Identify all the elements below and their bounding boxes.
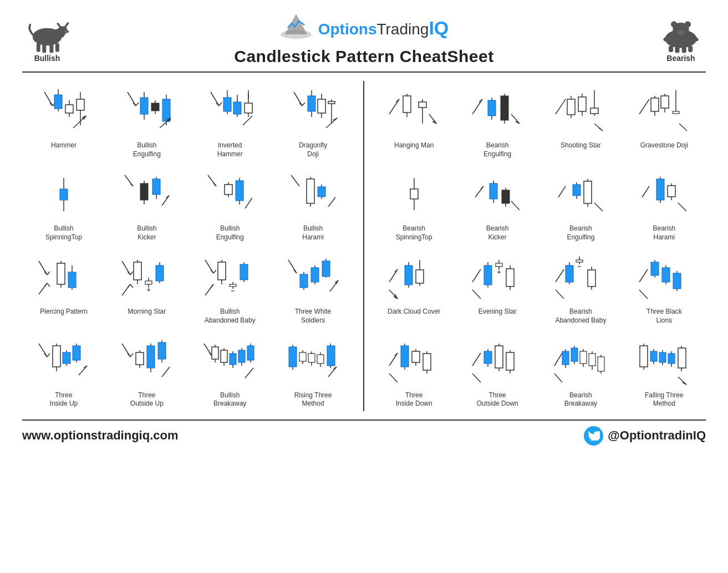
svg-rect-314 xyxy=(598,357,604,371)
svg-line-248 xyxy=(678,203,686,211)
svg-rect-290 xyxy=(401,346,409,367)
svg-rect-80 xyxy=(152,179,160,195)
svg-rect-223 xyxy=(661,96,669,108)
bullish-kicker-chart xyxy=(116,167,177,222)
bullish-text: Bullish xyxy=(34,54,60,63)
svg-rect-213 xyxy=(578,97,586,111)
svg-rect-169 xyxy=(212,347,218,359)
svg-line-120 xyxy=(130,284,133,288)
svg-rect-325 xyxy=(678,348,686,368)
bearish-kicker-chart xyxy=(467,167,528,222)
three-outside-up-chart xyxy=(116,334,177,389)
svg-line-191 xyxy=(389,99,399,114)
svg-line-119 xyxy=(128,284,130,288)
piercing-label: Piercing Pattern xyxy=(40,308,87,316)
svg-rect-245 xyxy=(656,179,664,200)
pattern-bearish-harami: BearishHarami xyxy=(623,164,706,244)
svg-line-178 xyxy=(245,368,253,378)
svg-line-48 xyxy=(211,92,219,106)
svg-rect-7 xyxy=(49,44,53,53)
dragonfly-doji-chart xyxy=(283,84,344,139)
bullish-abandoned-baby-label: BullishAbandoned Baby xyxy=(205,308,256,325)
svg-line-123 xyxy=(213,270,216,273)
svg-rect-188 xyxy=(327,346,335,366)
svg-rect-44 xyxy=(162,99,170,121)
svg-rect-252 xyxy=(405,265,413,285)
svg-rect-215 xyxy=(590,108,598,114)
svg-rect-241 xyxy=(584,181,592,203)
svg-line-218 xyxy=(599,128,603,131)
hammer-chart xyxy=(33,84,94,139)
svg-rect-235 xyxy=(502,190,510,203)
pattern-morning-star: Morning Star xyxy=(105,247,189,328)
svg-line-315 xyxy=(554,374,562,382)
svg-line-304 xyxy=(554,353,562,366)
bullish-harami-label: BullishHarami xyxy=(302,224,324,242)
svg-rect-283 xyxy=(662,268,670,282)
svg-rect-184 xyxy=(308,354,315,362)
svg-rect-94 xyxy=(318,187,325,197)
pattern-three-black-lions: Three BlackLions xyxy=(623,247,706,328)
svg-rect-17 xyxy=(669,45,673,52)
logo-iq: IQ xyxy=(429,17,449,39)
svg-rect-260 xyxy=(484,265,492,285)
svg-line-33 xyxy=(73,116,86,128)
svg-rect-29 xyxy=(65,105,73,113)
svg-point-9 xyxy=(64,30,69,33)
svg-rect-323 xyxy=(668,354,675,364)
svg-rect-298 xyxy=(484,351,492,364)
svg-line-36 xyxy=(128,92,136,106)
logo-area: Options Trading IQ xyxy=(279,11,449,44)
pattern-three-inside-up: ThreeInside Up xyxy=(22,331,105,411)
pattern-dragonfly-doji: DragonflyDoji xyxy=(272,81,355,161)
svg-rect-302 xyxy=(506,352,514,370)
evening-star-chart xyxy=(467,250,528,305)
svg-line-104 xyxy=(44,283,47,286)
svg-rect-281 xyxy=(651,262,659,275)
svg-rect-173 xyxy=(230,354,236,365)
inverted-hammer-chart xyxy=(200,84,261,139)
bullish-kicker-label: BullishKicker xyxy=(137,224,156,242)
svg-line-60 xyxy=(294,92,302,106)
svg-rect-141 xyxy=(322,261,330,277)
svg-rect-221 xyxy=(651,98,659,111)
rising-three-method-label: Rising ThreeMethod xyxy=(294,391,332,408)
bearish-breakaway-label: BearishBreakaway xyxy=(564,391,597,408)
svg-rect-277 xyxy=(588,270,595,286)
bearish-engulfing-2-label: BearishEngulfing xyxy=(567,224,594,242)
header: Bullish Options Trading IQ Candlestick P… xyxy=(22,11,706,66)
bullish-engulfing-2-label: BullishEngulfing xyxy=(216,224,244,242)
svg-rect-110 xyxy=(134,262,141,280)
svg-rect-73 xyxy=(60,189,68,200)
pattern-bearish-engulfing-2: BearishEngulfing xyxy=(539,164,622,244)
svg-rect-139 xyxy=(311,268,319,282)
pattern-rising-three-method: Rising ThreeMethod xyxy=(272,331,355,411)
svg-line-219 xyxy=(639,99,649,114)
bearish-engulfing-1-chart xyxy=(467,84,528,139)
three-inside-down-chart xyxy=(384,334,445,389)
svg-rect-6 xyxy=(42,44,46,53)
pattern-three-outside-down: ThreeOutside Down xyxy=(456,331,539,411)
shooting-star-label: Shooting Star xyxy=(561,141,601,150)
pattern-three-outside-up: ThreeOutside Up xyxy=(105,331,189,411)
bearish-kicker-label: BearishKicker xyxy=(486,224,509,242)
hanging-man-chart xyxy=(384,84,445,139)
svg-rect-31 xyxy=(77,99,84,110)
svg-line-269 xyxy=(556,269,564,282)
pattern-gravestone-doji: Gravestone Doji xyxy=(623,81,706,161)
svg-rect-149 xyxy=(53,346,60,367)
dark-cloud-cover-label: Dark Cloud Cover xyxy=(388,308,440,316)
svg-rect-211 xyxy=(567,99,575,115)
pattern-dark-cloud-cover: Dark Cloud Cover xyxy=(373,247,456,328)
svg-rect-19 xyxy=(682,47,686,53)
svg-line-3 xyxy=(58,23,60,27)
bearish-abandoned-baby-chart xyxy=(550,250,611,305)
pattern-bullish-kicker: BullishKicker xyxy=(105,164,189,244)
svg-line-237 xyxy=(558,186,566,197)
three-black-lions-label: Three BlackLions xyxy=(646,308,682,325)
svg-point-16 xyxy=(677,29,685,35)
pattern-bearish-engulfing-1: BearishEngulfing xyxy=(456,81,539,161)
gravestone-doji-label: Gravestone Doji xyxy=(640,141,688,150)
rising-three-method-chart xyxy=(283,334,344,389)
twitter-bird xyxy=(588,431,600,441)
